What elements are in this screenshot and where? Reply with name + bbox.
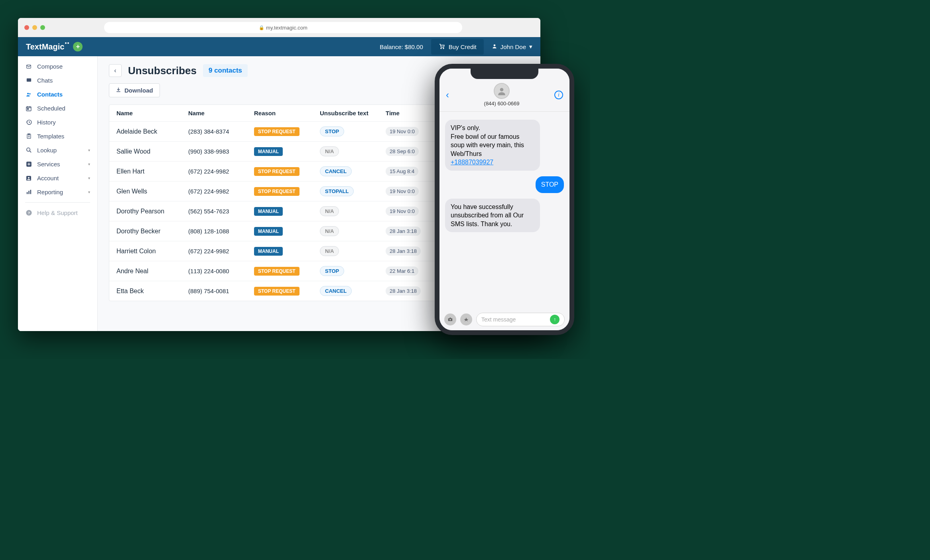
chevron-down-icon: ▾ <box>88 190 90 194</box>
message-text: STOP <box>541 181 558 188</box>
cart-icon <box>438 43 445 51</box>
unsubscribe-text-pill: N/A <box>320 246 339 256</box>
reason-badge: STOP REQUEST <box>254 287 299 296</box>
sidebar-item-compose[interactable]: Compose <box>18 59 97 73</box>
sidebar-item-templates[interactable]: Templates <box>18 129 97 143</box>
apps-icon[interactable] <box>460 314 472 325</box>
time-pill: 19 Nov 0:0 <box>386 207 419 216</box>
cell-name: Glen Wells <box>116 188 188 195</box>
contact-count-badge: 9 contacts <box>203 64 248 77</box>
sidebar-item-contacts[interactable]: Contacts <box>18 87 97 101</box>
message-input[interactable]: Text message ↑ <box>476 313 565 326</box>
reason-badge: MANUAL <box>254 207 283 216</box>
reason-badge: STOP REQUEST <box>254 187 299 196</box>
sidebar-item-reporting[interactable]: Reporting▾ <box>18 185 97 199</box>
cell-phone: (113) 224-0080 <box>188 268 254 274</box>
sidebar-item-services[interactable]: Services▾ <box>18 157 97 171</box>
cell-time: 19 Nov 0:0 <box>386 207 433 216</box>
user-menu[interactable]: John Doe ▾ <box>492 43 532 50</box>
cell-time: 19 Nov 0:0 <box>386 187 433 196</box>
sidebar-item-label: Chats <box>37 77 53 84</box>
download-button[interactable]: Download <box>109 83 160 97</box>
logo-plus-icon[interactable]: + <box>73 42 83 51</box>
camera-icon[interactable] <box>444 314 456 325</box>
col-phone: Name <box>188 110 254 116</box>
search-icon <box>25 147 32 154</box>
cell-text: N/A <box>320 206 386 216</box>
unsubscribe-text-pill: STOPALL <box>320 186 354 196</box>
svg-point-6 <box>29 93 30 94</box>
time-pill: 22 Mar 6:1 <box>386 266 418 276</box>
sidebar-item-lookup[interactable]: Lookup▾ <box>18 143 97 157</box>
window-close-icon[interactable] <box>24 25 29 30</box>
svg-point-2 <box>493 44 495 46</box>
cell-time: 15 Aug 8:4 <box>386 167 433 176</box>
window-maximize-icon[interactable] <box>40 25 45 30</box>
cell-text: N/A <box>320 146 386 156</box>
reason-badge: STOP REQUEST <box>254 127 299 136</box>
reason-badge: STOP REQUEST <box>254 167 299 176</box>
cell-time: 28 Jan 3:18 <box>386 286 433 296</box>
browser-chrome: 🔒 my.textmagic.com <box>18 18 540 37</box>
cell-name: Sallie Wood <box>116 148 188 155</box>
cell-text: CANCEL <box>320 286 386 296</box>
message-link[interactable]: +18887039927 <box>451 159 493 166</box>
time-pill: 19 Nov 0:0 <box>386 187 419 196</box>
outgoing-message: STOP <box>536 176 564 193</box>
svg-rect-11 <box>28 134 30 135</box>
svg-rect-8 <box>28 108 29 110</box>
sidebar-item-history[interactable]: History <box>18 115 97 129</box>
cell-reason: STOP REQUEST <box>254 187 320 196</box>
cell-phone: (283) 384-8374 <box>188 128 254 135</box>
contact-avatar-icon[interactable] <box>494 83 510 99</box>
logo[interactable]: TextMagic + <box>26 42 83 51</box>
info-button[interactable]: i <box>554 91 563 99</box>
phone-back-button[interactable]: ‹ <box>446 89 449 101</box>
time-pill: 28 Jan 3:18 <box>386 246 421 256</box>
sidebar-item-account[interactable]: Account▾ <box>18 171 97 185</box>
cell-phone: (672) 224-9982 <box>188 168 254 175</box>
window-minimize-icon[interactable] <box>32 25 37 30</box>
reason-badge: STOP REQUEST <box>254 267 299 276</box>
cell-name: Adelaide Beck <box>116 128 188 135</box>
col-name: Name <box>116 110 188 116</box>
back-button[interactable]: ‹ <box>109 64 122 77</box>
contact-number: (844) 600-0669 <box>484 101 520 106</box>
sidebar-item-help[interactable]: ?Help & Support <box>18 206 97 220</box>
unsubscribe-text-pill: STOP <box>320 126 344 136</box>
cell-reason: MANUAL <box>254 247 320 256</box>
cell-time: 28 Sep 6:0 <box>386 147 433 156</box>
messages-list[interactable]: VIP's only.Free bowl of our famous soup … <box>439 112 569 309</box>
history-icon <box>25 119 32 126</box>
sidebar-item-chats[interactable]: Chats <box>18 73 97 87</box>
cell-name: Etta Beck <box>116 288 188 295</box>
buy-credit-label: Buy Credit <box>449 43 477 50</box>
sidebar-item-label: Account <box>37 175 59 181</box>
message-text: VIP's only.Free bowl of our famous soup … <box>451 124 524 157</box>
url-bar[interactable]: 🔒 my.textmagic.com <box>104 22 462 33</box>
download-icon <box>116 87 121 94</box>
unsubscribe-text-pill: CANCEL <box>320 286 352 296</box>
sidebar-item-label: Compose <box>37 63 63 70</box>
calendar-icon <box>25 105 32 112</box>
send-button[interactable]: ↑ <box>550 315 560 324</box>
buy-credit-button[interactable]: Buy Credit <box>431 39 484 55</box>
svg-rect-16 <box>26 192 28 194</box>
logo-signal-icon <box>65 42 69 46</box>
col-time: Time <box>386 110 433 116</box>
message-text: You have successfully unsubscribed from … <box>451 203 524 227</box>
chevron-down-icon: ▾ <box>88 148 90 152</box>
sidebar-item-scheduled[interactable]: Scheduled <box>18 101 97 115</box>
col-reason: Reason <box>254 110 320 116</box>
cell-reason: STOP REQUEST <box>254 167 320 176</box>
incoming-message: VIP's only.Free bowl of our famous soup … <box>445 120 540 171</box>
svg-rect-24 <box>449 317 451 318</box>
time-pill: 28 Sep 6:0 <box>386 147 419 156</box>
cell-time: 22 Mar 6:1 <box>386 266 433 276</box>
cell-phone: (672) 224-9982 <box>188 188 254 195</box>
page-title: Unsubscribes <box>128 65 197 77</box>
cell-text: N/A <box>320 226 386 236</box>
sidebar-item-label: Contacts <box>37 91 63 98</box>
cell-time: 28 Jan 3:18 <box>386 227 433 236</box>
account-icon <box>25 175 32 181</box>
